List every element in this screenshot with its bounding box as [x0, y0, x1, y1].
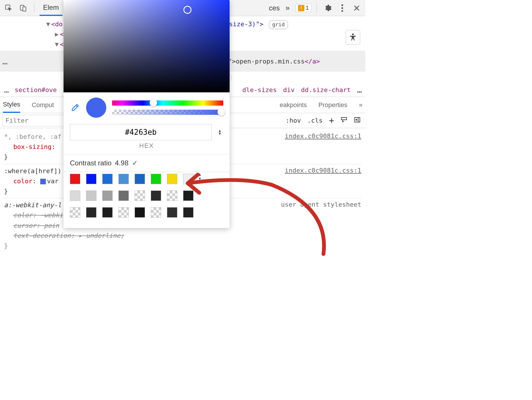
- palette-swatch[interactable]: [135, 174, 145, 184]
- eyedropper-icon[interactable]: [70, 102, 80, 113]
- palette-swatch[interactable]: [183, 207, 194, 218]
- svg-rect-7: [341, 117, 347, 120]
- hov-toggle[interactable]: :hov: [286, 117, 301, 124]
- palette-swatch[interactable]: [135, 190, 145, 201]
- current-color-preview: [86, 98, 106, 118]
- palette-swatch[interactable]: [86, 174, 96, 184]
- source-link[interactable]: index.c0c9081c.css:1: [285, 131, 361, 141]
- color-swatch-icon[interactable]: [40, 179, 46, 184]
- warning-count: 1: [306, 5, 309, 11]
- toolbar-divider: [34, 3, 34, 13]
- warning-icon: !: [298, 5, 304, 11]
- kebab-menu-icon[interactable]: [336, 2, 348, 14]
- palette-swatches: [70, 172, 194, 223]
- cls-toggle[interactable]: .cls: [307, 117, 323, 124]
- hue-thumb[interactable]: [150, 99, 157, 106]
- device-toggle-icon[interactable]: [17, 2, 29, 14]
- palette-swatch[interactable]: [86, 207, 96, 218]
- inspect-element-icon[interactable]: [3, 2, 14, 14]
- accessibility-icon[interactable]: [346, 30, 360, 44]
- tab-breakpoints[interactable]: eakpoints: [280, 101, 307, 109]
- alpha-slider[interactable]: [112, 110, 223, 115]
- toggle-sidebar-icon[interactable]: [354, 116, 361, 125]
- breadcrumb-item[interactable]: section#ove: [15, 86, 57, 94]
- tab-overflow[interactable]: »: [282, 3, 292, 12]
- svg-point-6: [352, 33, 354, 35]
- contrast-ratio-row[interactable]: Contrast ratio 4.98 ✓: [70, 154, 223, 172]
- tab-elements[interactable]: Elem: [40, 0, 62, 16]
- palette-swatch[interactable]: [118, 207, 129, 218]
- color-picker-popover: ▲▼ HEX Contrast ratio 4.98 ✓ ▲▼: [64, 0, 230, 228]
- svg-point-5: [341, 10, 343, 12]
- palette-swatch[interactable]: [151, 174, 161, 184]
- close-icon[interactable]: [351, 2, 362, 14]
- hue-slider[interactable]: [112, 100, 223, 106]
- palette-swatch[interactable]: [70, 174, 80, 184]
- hex-input[interactable]: [70, 124, 212, 140]
- palette-swatch[interactable]: [118, 190, 129, 201]
- source-link[interactable]: index.c0c9081c.css:1: [285, 165, 361, 175]
- palette-swatch[interactable]: [102, 207, 113, 218]
- breadcrumb-item[interactable]: dle-sizes: [242, 86, 277, 94]
- palette-swatch[interactable]: [135, 207, 145, 218]
- tab-overflow[interactable]: »: [359, 101, 362, 109]
- tab-computed[interactable]: Comput: [32, 101, 54, 109]
- palette-swatch[interactable]: [70, 207, 80, 218]
- palette-swatch[interactable]: [183, 190, 194, 201]
- styles-format-icon[interactable]: [341, 116, 347, 125]
- new-rule-button[interactable]: +: [329, 115, 334, 126]
- palette-swatch[interactable]: [151, 207, 161, 218]
- palette-swatch[interactable]: [102, 190, 113, 201]
- palette-swatch[interactable]: [118, 174, 129, 184]
- tab-properties[interactable]: Properties: [318, 101, 347, 109]
- format-switch-icon[interactable]: ▲▼: [216, 129, 223, 135]
- contrast-value: 4.98: [115, 159, 129, 167]
- palette-swatch[interactable]: [167, 207, 177, 218]
- format-label: HEX: [70, 142, 223, 149]
- alpha-thumb[interactable]: [217, 108, 225, 116]
- toolbar-divider: [317, 3, 317, 13]
- palette-swatch[interactable]: [151, 190, 161, 201]
- palette-swatch[interactable]: [167, 190, 177, 201]
- contrast-label: Contrast ratio: [70, 159, 111, 167]
- grid-badge[interactable]: grid: [269, 20, 288, 29]
- sv-cursor[interactable]: [183, 6, 191, 14]
- palette-swatch[interactable]: [86, 190, 96, 201]
- warnings-badge[interactable]: ! 1: [295, 4, 311, 12]
- tab-styles[interactable]: Styles: [3, 97, 20, 113]
- breadcrumb-item[interactable]: div: [283, 86, 295, 94]
- source-link: user agent stylesheet: [281, 199, 361, 210]
- saturation-value-field[interactable]: [64, 0, 230, 92]
- palette-swatch[interactable]: [102, 174, 113, 184]
- svg-rect-2: [23, 7, 26, 11]
- breadcrumb-item[interactable]: dd.size-chart: [301, 86, 351, 94]
- svg-point-3: [341, 4, 343, 6]
- row-ellipsis: …: [2, 56, 7, 66]
- palette-swatch[interactable]: [183, 174, 194, 184]
- palette-switch-icon[interactable]: ▲▼: [198, 173, 202, 181]
- palette-swatch[interactable]: [167, 174, 177, 184]
- check-icon: ✓: [132, 159, 138, 167]
- svg-point-4: [341, 7, 343, 9]
- settings-icon[interactable]: [322, 2, 334, 14]
- palette-swatch[interactable]: [70, 190, 80, 201]
- tab-partial-text: ces: [269, 4, 280, 12]
